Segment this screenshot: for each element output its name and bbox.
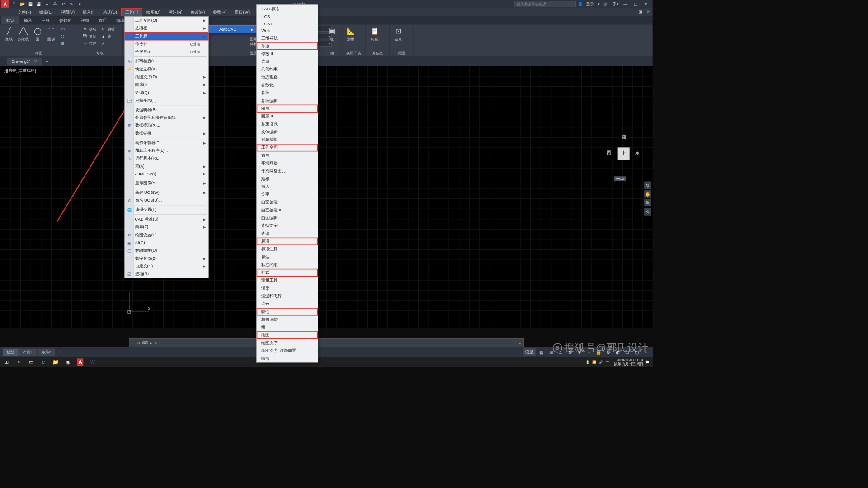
cortana-button[interactable]: ○ <box>13 357 25 367</box>
menu-item-3[interactable]: 插入(I) <box>79 8 99 16</box>
toolbar-list-item[interactable]: 参照 <box>257 89 318 97</box>
measure-button[interactable]: 📐测量 <box>345 26 357 42</box>
taskbar-autocad-icon[interactable]: A <box>74 357 86 367</box>
menu-item-6[interactable]: 绘图(D) <box>142 8 165 16</box>
toolbar-list-item[interactable]: 测量工具 <box>257 277 318 284</box>
tools-menu-item[interactable]: 动作录制器(T)▶ <box>125 139 208 147</box>
view-cube[interactable]: 北 南 西 东 上 WCS <box>607 134 641 178</box>
qat-save-icon[interactable]: 💾 <box>27 1 34 8</box>
scale-button[interactable]: ⤢ <box>99 40 117 47</box>
tab-close-icon[interactable]: ✕ <box>34 59 38 64</box>
tools-menu-item[interactable]: 🗛拼写检查(E) <box>125 57 208 65</box>
autodesk-icon[interactable]: ▾ <box>598 2 600 7</box>
tools-menu-item[interactable]: 选项板▶ <box>125 24 208 32</box>
toolbar-list-item[interactable]: 漫游和飞行 <box>257 292 318 300</box>
tools-menu-item[interactable]: 新建 UCS(W)▶ <box>125 188 208 196</box>
tools-menu-item[interactable]: 数据链接▶ <box>125 130 208 137</box>
copy-button[interactable]: ⿻复制 <box>81 33 98 39</box>
toolbar-list-item[interactable]: 几何约束 <box>257 66 318 73</box>
viewcube-top-face[interactable]: 上 <box>618 147 630 160</box>
qat-cloud-icon[interactable]: ☁ <box>43 1 50 8</box>
tools-menu-item[interactable]: ▣组(G) <box>125 239 208 247</box>
toolbar-list-item[interactable]: 视口 <box>257 362 318 367</box>
help-icon[interactable]: ❔▾ <box>612 2 619 7</box>
drawing-canvas[interactable]: [-][俯视][二维线框] 北 南 西 东 上 WCS ⊚ ✋ 🔍 ⟲ Y X <box>0 66 653 328</box>
navbar-pan-icon[interactable]: ✋ <box>644 190 651 198</box>
tray-notification-icon[interactable]: 💬 <box>645 359 650 365</box>
navbar-wheel-icon[interactable]: ⊚ <box>644 182 651 189</box>
ribbon-tab-1[interactable]: 插入 <box>19 16 37 24</box>
toolbar-list-item[interactable]: 曲面编辑 <box>257 214 318 222</box>
navbar-orbit-icon[interactable]: ⟲ <box>644 208 651 216</box>
tools-menu-item[interactable]: 命令行Ctrl+9 <box>125 40 208 48</box>
tools-menu-item[interactable]: 工具栏▶ <box>125 32 208 40</box>
tools-menu-item[interactable]: ▫块编辑器(B) <box>125 106 208 114</box>
toolbar-list-item[interactable]: 渲染 <box>257 284 318 292</box>
line-button[interactable]: ╱直线 <box>3 26 15 42</box>
menu-item-0[interactable]: 文件(F) <box>14 8 35 16</box>
tools-menu-item[interactable]: 全屏显示Ctrl+0 <box>125 48 208 56</box>
wcs-badge[interactable]: WCS <box>614 176 626 181</box>
taskbar-edge-icon[interactable]: e <box>38 357 50 367</box>
tools-menu-item[interactable]: ▷运行脚本(R)... <box>125 155 208 162</box>
navbar-zoom-icon[interactable]: 🔍 <box>644 199 651 207</box>
toolbar-list-item[interactable]: 相机调整 <box>257 316 318 324</box>
tools-menu-item[interactable]: 向导(Z)▶ <box>125 223 208 231</box>
tray-battery-icon[interactable]: 🔋 <box>585 359 590 365</box>
tools-menu-item[interactable]: ▢解除编组(U) <box>125 247 208 254</box>
ribbon-tab-0[interactable]: 默认 <box>1 16 19 24</box>
toolbar-list-item[interactable]: 绘图次序 <box>257 339 318 347</box>
app-icon[interactable]: A <box>1 0 9 8</box>
cmdline-dropdown-icon[interactable]: ▴ <box>519 341 521 346</box>
rotate-button[interactable]: ↻旋转 <box>99 26 117 32</box>
tools-menu-item[interactable]: 显示图像(Y)▶ <box>125 179 208 187</box>
start-button[interactable]: ⊞ <box>1 357 13 367</box>
toolbar-list-item[interactable]: CAD 标准 <box>257 5 318 13</box>
tools-menu-item[interactable]: ⚡快速选择(K)... <box>125 65 208 73</box>
draw-flyout-2[interactable]: ⬡ <box>59 33 67 39</box>
menu-item-1[interactable]: 编辑(E) <box>35 8 57 16</box>
tools-menu-item[interactable]: 宏(A)▶ <box>125 162 208 170</box>
toolbar-list-item[interactable]: 点云 <box>257 300 318 308</box>
tools-menu-item[interactable]: 🔄更新字段(T) <box>125 97 208 104</box>
taskbar-clock[interactable]: 2020-11-08 11:34 鼠年 九月廿三 周日 <box>614 358 643 366</box>
ribbon-tab-5[interactable]: 管理 <box>94 16 112 24</box>
toolbar-list-item[interactable]: 曲面创建 <box>257 198 318 206</box>
tools-menu-item[interactable]: ⊕加载应用程序(L)... <box>125 147 208 155</box>
tools-menu-item[interactable]: ⊙命名 UCS(U)... <box>125 197 208 204</box>
layout1-tab[interactable]: 布局1 <box>19 348 37 356</box>
tools-menu-item[interactable]: 🌐地理位置(L)... <box>125 206 208 214</box>
task-view-button[interactable]: ▭ <box>25 357 38 367</box>
tools-menu-item[interactable]: AutoLISP(I)▶ <box>125 170 208 178</box>
toolbar-list-item[interactable]: 光源 <box>257 58 318 66</box>
group-button[interactable]: ▣组 <box>326 26 338 42</box>
cmdline-close-icon[interactable]: ✕ <box>137 341 141 346</box>
ribbon-tab-4[interactable]: 视图 <box>76 16 94 24</box>
toolbar-list-item[interactable]: 曲面创建 II <box>257 206 318 214</box>
qat-plot-icon[interactable]: 🖶 <box>52 1 58 8</box>
toolbar-list-item[interactable]: 修改 <box>257 42 318 50</box>
arc-button[interactable]: ⌒圆弧 <box>45 26 57 42</box>
toolbar-submenu-item[interactable]: AutoCAD▶ <box>209 26 256 33</box>
tools-menu-item[interactable]: 查询(Q)▶ <box>125 89 208 96</box>
tray-wifi-icon[interactable]: 📶 <box>592 359 597 365</box>
draw-flyout-3[interactable]: ▦ <box>59 40 67 47</box>
toolbar-list-item[interactable]: 三维导航 <box>257 34 318 42</box>
cmdline-input[interactable]: a <box>155 341 519 346</box>
ribbon-tab-3[interactable]: 参数化 <box>54 16 76 24</box>
toolbar-list-item[interactable]: 参照编辑 <box>257 97 318 104</box>
taskbar-word-icon[interactable]: W <box>86 357 99 367</box>
signin-icon[interactable]: 👤 <box>578 2 583 7</box>
toolbar-list-item[interactable]: 图层 II <box>257 113 318 120</box>
tray-arrow-icon[interactable]: ˄ <box>578 359 584 365</box>
circle-button[interactable]: ◯圆 <box>32 26 44 42</box>
toolbar-list-item[interactable]: 组 <box>257 324 318 331</box>
toolbar-list-item[interactable]: 标准注释 <box>257 245 318 253</box>
qat-open-icon[interactable]: 📂 <box>19 1 26 8</box>
tools-menu-item[interactable]: ⚙绘图设置(F)... <box>125 231 208 239</box>
toolbar-list-item[interactable]: Web <box>257 27 318 34</box>
qat-saveas-icon[interactable]: 💾 <box>35 1 42 8</box>
menu-item-9[interactable]: 参数(P) <box>209 8 231 16</box>
menu-item-2[interactable]: 视图(V) <box>57 8 79 16</box>
tray-ime-icon[interactable]: 中 <box>605 359 611 365</box>
